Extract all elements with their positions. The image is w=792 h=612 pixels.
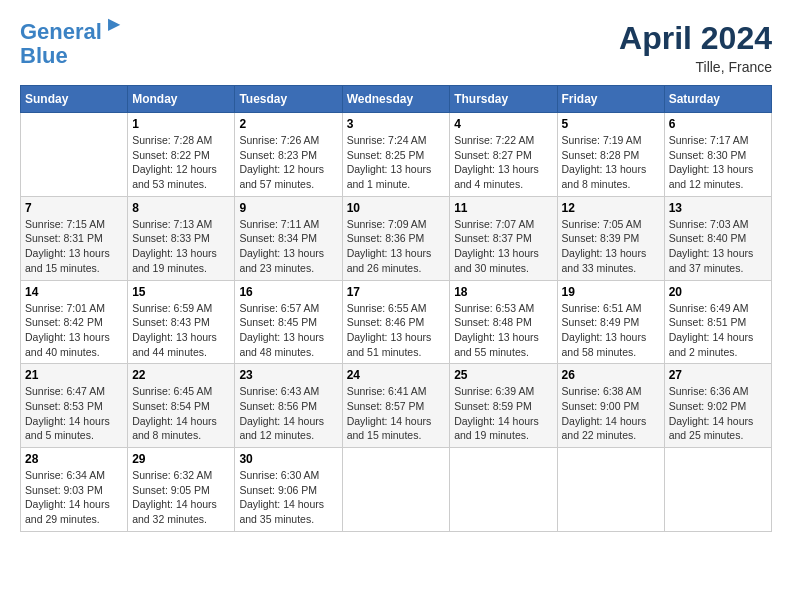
day-number: 2 [239, 117, 337, 131]
calendar-week-row: 14Sunrise: 7:01 AMSunset: 8:42 PMDayligh… [21, 280, 772, 364]
calendar-cell: 28Sunrise: 6:34 AMSunset: 9:03 PMDayligh… [21, 448, 128, 532]
calendar-cell: 17Sunrise: 6:55 AMSunset: 8:46 PMDayligh… [342, 280, 450, 364]
day-info: Sunrise: 7:28 AMSunset: 8:22 PMDaylight:… [132, 133, 230, 192]
day-number: 3 [347, 117, 446, 131]
day-number: 30 [239, 452, 337, 466]
calendar-cell: 15Sunrise: 6:59 AMSunset: 8:43 PMDayligh… [128, 280, 235, 364]
calendar-cell: 7Sunrise: 7:15 AMSunset: 8:31 PMDaylight… [21, 196, 128, 280]
calendar-cell: 4Sunrise: 7:22 AMSunset: 8:27 PMDaylight… [450, 113, 557, 197]
calendar-cell: 23Sunrise: 6:43 AMSunset: 8:56 PMDayligh… [235, 364, 342, 448]
day-info: Sunrise: 6:53 AMSunset: 8:48 PMDaylight:… [454, 301, 552, 360]
day-info: Sunrise: 6:32 AMSunset: 9:05 PMDaylight:… [132, 468, 230, 527]
day-info: Sunrise: 6:51 AMSunset: 8:49 PMDaylight:… [562, 301, 660, 360]
day-info: Sunrise: 6:30 AMSunset: 9:06 PMDaylight:… [239, 468, 337, 527]
day-number: 27 [669, 368, 767, 382]
day-info: Sunrise: 7:17 AMSunset: 8:30 PMDaylight:… [669, 133, 767, 192]
calendar-cell: 14Sunrise: 7:01 AMSunset: 8:42 PMDayligh… [21, 280, 128, 364]
calendar-cell: 8Sunrise: 7:13 AMSunset: 8:33 PMDaylight… [128, 196, 235, 280]
calendar-cell: 22Sunrise: 6:45 AMSunset: 8:54 PMDayligh… [128, 364, 235, 448]
calendar-cell: 5Sunrise: 7:19 AMSunset: 8:28 PMDaylight… [557, 113, 664, 197]
weekday-header-saturday: Saturday [664, 86, 771, 113]
weekday-header-thursday: Thursday [450, 86, 557, 113]
calendar-cell [450, 448, 557, 532]
day-info: Sunrise: 6:38 AMSunset: 9:00 PMDaylight:… [562, 384, 660, 443]
location: Tille, France [619, 59, 772, 75]
day-number: 18 [454, 285, 552, 299]
day-number: 4 [454, 117, 552, 131]
day-info: Sunrise: 7:09 AMSunset: 8:36 PMDaylight:… [347, 217, 446, 276]
calendar-week-row: 21Sunrise: 6:47 AMSunset: 8:53 PMDayligh… [21, 364, 772, 448]
day-number: 24 [347, 368, 446, 382]
day-info: Sunrise: 6:49 AMSunset: 8:51 PMDaylight:… [669, 301, 767, 360]
day-info: Sunrise: 6:43 AMSunset: 8:56 PMDaylight:… [239, 384, 337, 443]
day-info: Sunrise: 7:01 AMSunset: 8:42 PMDaylight:… [25, 301, 123, 360]
day-number: 26 [562, 368, 660, 382]
day-number: 19 [562, 285, 660, 299]
calendar-cell [664, 448, 771, 532]
day-number: 13 [669, 201, 767, 215]
day-info: Sunrise: 7:15 AMSunset: 8:31 PMDaylight:… [25, 217, 123, 276]
day-number: 16 [239, 285, 337, 299]
day-info: Sunrise: 6:36 AMSunset: 9:02 PMDaylight:… [669, 384, 767, 443]
day-number: 15 [132, 285, 230, 299]
calendar-cell: 2Sunrise: 7:26 AMSunset: 8:23 PMDaylight… [235, 113, 342, 197]
day-number: 22 [132, 368, 230, 382]
day-info: Sunrise: 7:07 AMSunset: 8:37 PMDaylight:… [454, 217, 552, 276]
day-info: Sunrise: 7:05 AMSunset: 8:39 PMDaylight:… [562, 217, 660, 276]
day-info: Sunrise: 7:26 AMSunset: 8:23 PMDaylight:… [239, 133, 337, 192]
calendar-cell: 21Sunrise: 6:47 AMSunset: 8:53 PMDayligh… [21, 364, 128, 448]
calendar-cell: 24Sunrise: 6:41 AMSunset: 8:57 PMDayligh… [342, 364, 450, 448]
day-info: Sunrise: 6:41 AMSunset: 8:57 PMDaylight:… [347, 384, 446, 443]
day-number: 28 [25, 452, 123, 466]
calendar-cell: 30Sunrise: 6:30 AMSunset: 9:06 PMDayligh… [235, 448, 342, 532]
day-info: Sunrise: 7:03 AMSunset: 8:40 PMDaylight:… [669, 217, 767, 276]
day-number: 7 [25, 201, 123, 215]
day-number: 1 [132, 117, 230, 131]
calendar-cell: 18Sunrise: 6:53 AMSunset: 8:48 PMDayligh… [450, 280, 557, 364]
day-number: 10 [347, 201, 446, 215]
calendar-cell: 6Sunrise: 7:17 AMSunset: 8:30 PMDaylight… [664, 113, 771, 197]
calendar-week-row: 28Sunrise: 6:34 AMSunset: 9:03 PMDayligh… [21, 448, 772, 532]
calendar-cell: 19Sunrise: 6:51 AMSunset: 8:49 PMDayligh… [557, 280, 664, 364]
day-info: Sunrise: 7:24 AMSunset: 8:25 PMDaylight:… [347, 133, 446, 192]
weekday-header-monday: Monday [128, 86, 235, 113]
day-number: 14 [25, 285, 123, 299]
day-number: 5 [562, 117, 660, 131]
logo-text: General [20, 19, 102, 44]
weekday-header-sunday: Sunday [21, 86, 128, 113]
calendar-cell: 11Sunrise: 7:07 AMSunset: 8:37 PMDayligh… [450, 196, 557, 280]
day-info: Sunrise: 7:13 AMSunset: 8:33 PMDaylight:… [132, 217, 230, 276]
weekday-header-friday: Friday [557, 86, 664, 113]
logo-text2: Blue [20, 44, 68, 68]
calendar-cell: 12Sunrise: 7:05 AMSunset: 8:39 PMDayligh… [557, 196, 664, 280]
month-year: April 2024 [619, 20, 772, 57]
calendar-cell: 10Sunrise: 7:09 AMSunset: 8:36 PMDayligh… [342, 196, 450, 280]
calendar-cell: 26Sunrise: 6:38 AMSunset: 9:00 PMDayligh… [557, 364, 664, 448]
calendar-cell: 13Sunrise: 7:03 AMSunset: 8:40 PMDayligh… [664, 196, 771, 280]
day-info: Sunrise: 6:45 AMSunset: 8:54 PMDaylight:… [132, 384, 230, 443]
day-number: 8 [132, 201, 230, 215]
day-number: 11 [454, 201, 552, 215]
calendar-week-row: 7Sunrise: 7:15 AMSunset: 8:31 PMDaylight… [21, 196, 772, 280]
day-info: Sunrise: 6:39 AMSunset: 8:59 PMDaylight:… [454, 384, 552, 443]
day-number: 17 [347, 285, 446, 299]
day-number: 21 [25, 368, 123, 382]
day-number: 9 [239, 201, 337, 215]
day-info: Sunrise: 6:57 AMSunset: 8:45 PMDaylight:… [239, 301, 337, 360]
day-number: 20 [669, 285, 767, 299]
calendar-table: SundayMondayTuesdayWednesdayThursdayFrid… [20, 85, 772, 532]
title-block: April 2024 Tille, France [619, 20, 772, 75]
day-info: Sunrise: 7:19 AMSunset: 8:28 PMDaylight:… [562, 133, 660, 192]
calendar-cell [342, 448, 450, 532]
calendar-cell: 29Sunrise: 6:32 AMSunset: 9:05 PMDayligh… [128, 448, 235, 532]
calendar-cell: 16Sunrise: 6:57 AMSunset: 8:45 PMDayligh… [235, 280, 342, 364]
calendar-cell [557, 448, 664, 532]
weekday-header-tuesday: Tuesday [235, 86, 342, 113]
day-info: Sunrise: 6:55 AMSunset: 8:46 PMDaylight:… [347, 301, 446, 360]
calendar-cell: 1Sunrise: 7:28 AMSunset: 8:22 PMDaylight… [128, 113, 235, 197]
page-header: General ▶ Blue April 2024 Tille, France [20, 20, 772, 75]
day-number: 6 [669, 117, 767, 131]
day-info: Sunrise: 6:47 AMSunset: 8:53 PMDaylight:… [25, 384, 123, 443]
day-info: Sunrise: 6:34 AMSunset: 9:03 PMDaylight:… [25, 468, 123, 527]
day-number: 29 [132, 452, 230, 466]
